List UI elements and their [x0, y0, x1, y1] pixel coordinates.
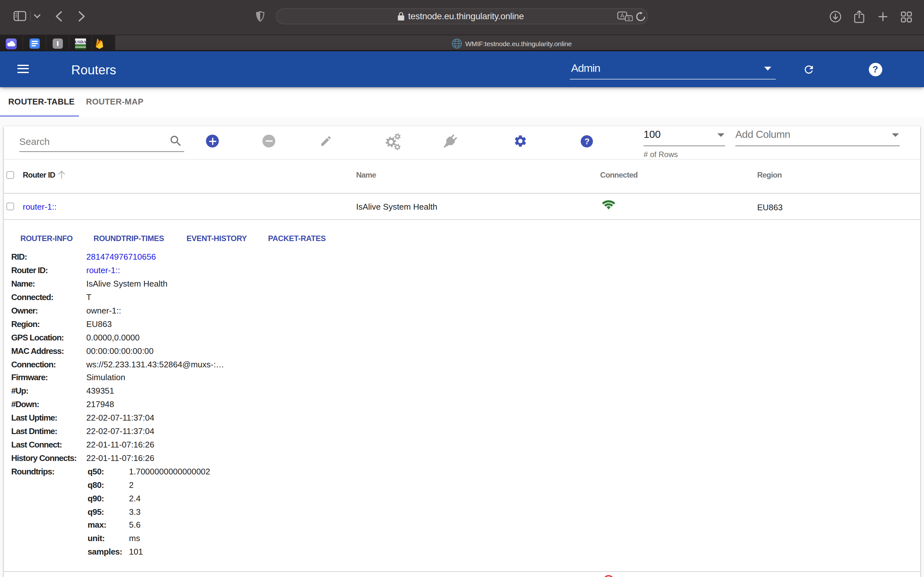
svg-text:A: A	[620, 13, 624, 19]
svg-text:USDA: USDA	[75, 39, 86, 44]
svg-text:文: 文	[627, 16, 631, 21]
